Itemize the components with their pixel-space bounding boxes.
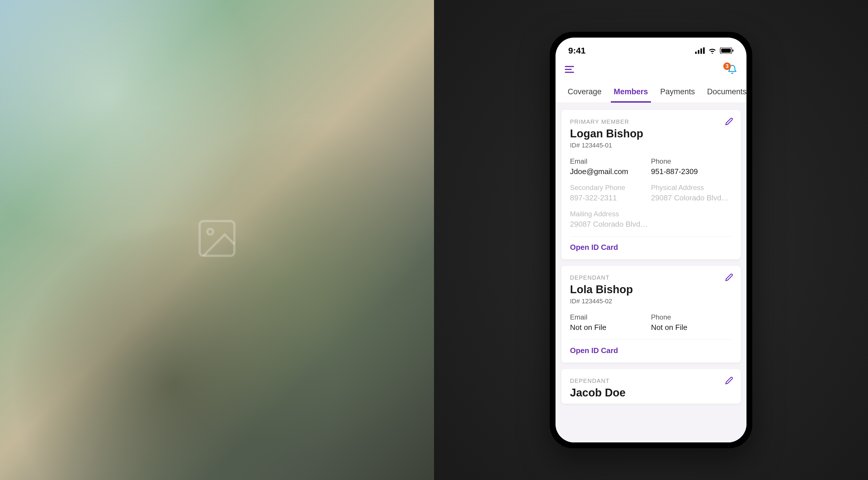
members-content[interactable]: PRIMARY MEMBER Logan Bishop ID# 123445-0… bbox=[556, 103, 746, 442]
member-name: Jacob Doe bbox=[570, 387, 732, 399]
tab-documents[interactable]: Documents bbox=[702, 82, 746, 103]
tab-bar: Coverage Members Payments Documents bbox=[556, 82, 746, 103]
field-phone: Phone Not on File bbox=[651, 313, 732, 332]
field-mailing-address: Mailing Address 29087 Colorado Blvd… bbox=[570, 210, 651, 229]
svg-rect-3 bbox=[698, 50, 700, 54]
phone-screen: 9:41 3 Coverage bbox=[556, 38, 746, 442]
tab-coverage[interactable]: Coverage bbox=[562, 82, 607, 103]
member-role: DEPENDANT bbox=[570, 275, 732, 281]
field-physical-address: Physical Address 29087 Colorado Blvd… bbox=[651, 184, 732, 202]
svg-rect-2 bbox=[695, 52, 697, 54]
member-name: Logan Bishop bbox=[570, 128, 732, 140]
open-id-card-link[interactable]: Open ID Card bbox=[570, 346, 732, 355]
app-header: 3 bbox=[556, 59, 746, 82]
member-card-primary: PRIMARY MEMBER Logan Bishop ID# 123445-0… bbox=[561, 110, 741, 259]
notification-badge: 3 bbox=[723, 62, 731, 70]
divider bbox=[570, 236, 732, 236]
device-showcase: 9:41 3 Coverage bbox=[434, 0, 868, 480]
member-name: Lola Bishop bbox=[570, 283, 732, 296]
tab-payments[interactable]: Payments bbox=[655, 82, 700, 103]
photo-placeholder bbox=[194, 216, 240, 265]
field-secondary-phone: Secondary Phone 897-322-2311 bbox=[570, 184, 651, 202]
svg-rect-7 bbox=[721, 49, 731, 53]
field-email: Email Not on File bbox=[570, 313, 651, 332]
pencil-icon bbox=[725, 118, 733, 126]
pencil-icon bbox=[725, 377, 733, 385]
edit-button[interactable] bbox=[725, 118, 733, 127]
edit-button[interactable] bbox=[725, 273, 733, 283]
member-role: DEPENDANT bbox=[570, 378, 732, 384]
member-id: ID# 123445-02 bbox=[570, 297, 732, 305]
status-time: 9:41 bbox=[568, 46, 586, 56]
field-email: Email Jdoe@gmail.com bbox=[570, 157, 651, 176]
svg-point-1 bbox=[208, 229, 213, 234]
member-id: ID# 123445-01 bbox=[570, 142, 732, 149]
hero-photo bbox=[0, 0, 434, 480]
phone-frame: 9:41 3 Coverage bbox=[550, 32, 752, 448]
edit-button[interactable] bbox=[725, 377, 733, 386]
member-card-dependant: DEPENDANT Jacob Doe bbox=[561, 369, 741, 404]
field-phone: Phone 951-887-2309 bbox=[651, 157, 732, 176]
svg-rect-8 bbox=[732, 50, 734, 52]
status-icons bbox=[695, 47, 734, 54]
pencil-icon bbox=[725, 273, 733, 281]
svg-rect-4 bbox=[701, 49, 702, 54]
battery-icon bbox=[720, 47, 734, 54]
member-card-dependant: DEPENDANT Lola Bishop ID# 123445-02 Emai… bbox=[561, 266, 741, 362]
member-role: PRIMARY MEMBER bbox=[570, 119, 732, 125]
open-id-card-link[interactable]: Open ID Card bbox=[570, 243, 732, 252]
menu-button[interactable] bbox=[565, 66, 574, 73]
divider bbox=[570, 340, 732, 340]
wifi-icon bbox=[708, 47, 717, 54]
status-bar: 9:41 bbox=[556, 38, 746, 59]
signal-icon bbox=[695, 47, 705, 54]
notifications-button[interactable]: 3 bbox=[727, 64, 737, 74]
svg-rect-5 bbox=[703, 47, 705, 54]
tab-members[interactable]: Members bbox=[609, 82, 653, 103]
